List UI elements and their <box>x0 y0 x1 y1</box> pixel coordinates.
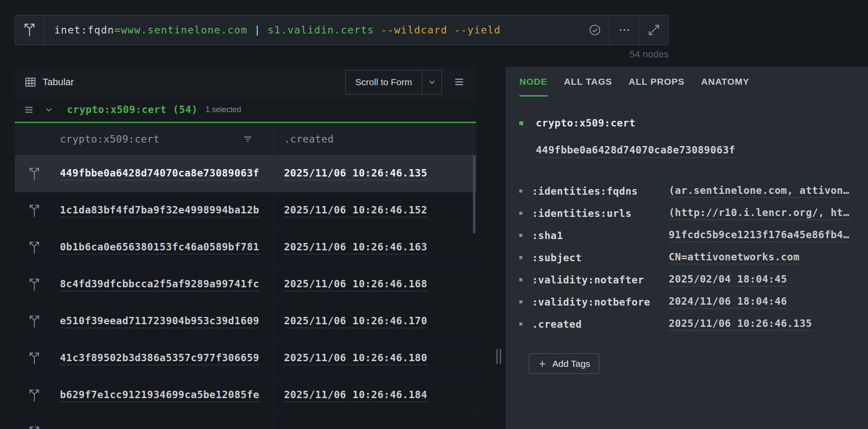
prop-bullet-icon <box>519 212 522 215</box>
node-details-panel: NODE ALL TAGS ALL PROPS ANATOMY crypto:x… <box>505 67 868 429</box>
created-timestamp[interactable]: 2025/11/06 10:26:46.168 <box>284 278 427 291</box>
scroll-to-form-label: Scroll to Form <box>346 70 422 94</box>
check-circle-icon <box>588 23 601 37</box>
prop-value[interactable]: (ar.sentinelone.com, attivon… <box>669 185 849 198</box>
prop-name: :subject <box>532 252 669 263</box>
selected-count-label: 1 selected <box>205 105 241 114</box>
prop-value[interactable]: CN=attivonetworks.com <box>669 251 799 264</box>
prop-row: :sha1 91fcdc5b9ce1213f176a45e86fb4… <box>505 224 868 246</box>
prop-value[interactable]: 2025/11/06 10:26:46.135 <box>669 318 812 331</box>
created-timestamp[interactable]: 2025/11/06 10:26:46.180 <box>284 352 427 365</box>
prop-name: :validity:notbefore <box>532 296 669 308</box>
panel-resize-handle[interactable] <box>496 349 501 364</box>
query-more-options-button[interactable] <box>610 15 639 45</box>
row-value-cell <box>53 414 274 429</box>
add-tags-button[interactable]: Add Tags <box>529 353 599 374</box>
tab-all-tags[interactable]: ALL TAGS <box>564 67 612 96</box>
prop-row: :subject CN=attivonetworks.com <box>505 246 868 269</box>
query-segment: | <box>248 24 267 36</box>
query-segment: inet:fqdn <box>54 24 114 36</box>
row-created-cell: 2025/11/06 10:26:46.163 <box>274 229 476 266</box>
table-row[interactable] <box>15 414 476 429</box>
row-created-cell: 2025/11/06 10:26:46.152 <box>274 193 476 229</box>
table-row[interactable]: e510f39eead711723904b953c39d1609 2025/11… <box>15 303 476 340</box>
row-value-cell: 449fbbe0a6428d74070ca8e73089063f <box>53 156 274 192</box>
prop-name: :identities:fqdns <box>532 186 669 197</box>
group-collapse-chevron-icon[interactable] <box>44 105 54 115</box>
query-segment: --wildcard --yield <box>374 24 501 36</box>
filter-icon[interactable] <box>242 134 253 145</box>
row-icon-cell[interactable] <box>15 377 53 414</box>
row-value-cell: 1c1da83bf4fd7ba9f32e4998994ba12b <box>53 193 274 229</box>
tab-anatomy[interactable]: ANATOMY <box>701 67 749 96</box>
fork-icon <box>21 22 38 38</box>
storm-query-input[interactable]: inet:fqdn=www.sentinelone.com | s1.valid… <box>44 15 580 45</box>
table-row[interactable]: 8c4fd39dfcbbcca2f5af9289a99741fc 2025/11… <box>15 266 476 303</box>
created-timestamp[interactable]: 2025/11/06 10:26:46.163 <box>284 241 427 254</box>
node-count-label: 54 nodes <box>629 49 669 60</box>
prop-bullet-icon <box>519 234 522 237</box>
row-icon-cell[interactable] <box>15 193 53 229</box>
node-value-link[interactable]: 449fbbe0a6428d74070ca8e73089063f <box>536 144 735 158</box>
storm-query-bar: inet:fqdn=www.sentinelone.com | s1.valid… <box>15 15 669 45</box>
node-type-row: crypto:x509:cert <box>519 117 868 129</box>
table-row[interactable]: b629f7e1cc9121934699ca5be12085fe 2025/11… <box>15 377 476 414</box>
table-row[interactable]: 41c3f89502b3d386a5357c977f306659 2025/11… <box>15 340 476 377</box>
details-tabs: NODE ALL TAGS ALL PROPS ANATOMY <box>505 67 868 96</box>
fork-icon <box>26 277 42 293</box>
fork-icon <box>26 166 42 182</box>
created-timestamp[interactable]: 2025/11/06 10:26:46.152 <box>284 204 427 217</box>
row-value-cell: e510f39eead711723904b953c39d1609 <box>53 303 274 340</box>
table-scrollbar-thumb[interactable] <box>473 155 475 233</box>
table-row[interactable]: 1c1da83bf4fd7ba9f32e4998994ba12b 2025/11… <box>15 193 476 229</box>
prop-value[interactable]: 2024/11/06 18:04:46 <box>669 296 787 309</box>
cert-hash-value[interactable]: 0b1b6ca0e656380153fc46a0589bf781 <box>60 241 259 254</box>
cert-hash-value[interactable]: 8c4fd39dfcbbcca2f5af9289a99741fc <box>60 278 259 291</box>
query-segment: =www.sentinelone.com <box>114 24 248 36</box>
prop-value[interactable]: 91fcdc5b9ce1213f176a45e86fb4… <box>669 229 849 242</box>
created-timestamp[interactable]: 2025/11/06 10:26:46.184 <box>284 389 427 402</box>
row-icon-cell[interactable] <box>15 266 53 303</box>
prop-value[interactable]: 2025/02/04 18:04:45 <box>669 273 787 286</box>
prop-value[interactable]: (http://r10.i.lencr.org/, ht… <box>669 207 849 220</box>
fork-icon <box>26 314 42 329</box>
cert-hash-value[interactable]: 41c3f89502b3d386a5357c977f306659 <box>60 352 259 365</box>
form-group-header: crypto:x509:cert (54) 1 selected <box>15 97 476 123</box>
group-menu-button[interactable] <box>23 104 34 115</box>
column-header-primary[interactable]: crypto:x509:cert <box>53 123 274 155</box>
tab-node[interactable]: NODE <box>519 67 548 96</box>
table-row[interactable]: 0b1b6ca0e656380153fc46a0589bf781 2025/11… <box>15 229 476 266</box>
fork-query-button[interactable] <box>15 15 44 45</box>
node-bullet-icon <box>519 121 523 125</box>
fork-icon <box>26 351 42 366</box>
column-header-created[interactable]: .created <box>274 123 473 155</box>
created-timestamp[interactable]: 2025/11/06 10:26:46.135 <box>284 167 427 180</box>
prop-row: :validity:notbefore 2024/11/06 18:04:46 <box>505 291 868 313</box>
group-title[interactable]: crypto:x509:cert (54) <box>67 104 198 115</box>
row-icon-cell[interactable] <box>15 303 53 340</box>
cert-hash-value[interactable]: 1c1da83bf4fd7ba9f32e4998994ba12b <box>60 204 259 217</box>
node-props-list: :identities:fqdns (ar.sentinelone.com, a… <box>505 180 868 335</box>
prop-row: .created 2025/11/06 10:26:46.135 <box>505 313 868 335</box>
cert-hash-value[interactable]: b629f7e1cc9121934699ca5be12085fe <box>60 389 259 402</box>
row-created-cell: 2025/11/06 10:26:46.168 <box>274 266 476 303</box>
node-value-row: 449fbbe0a6428d74070ca8e73089063f <box>536 144 868 156</box>
table-icon <box>24 76 36 88</box>
cert-hash-value[interactable]: e510f39eead711723904b953c39d1609 <box>60 315 259 328</box>
row-created-cell: 2025/11/06 10:26:46.180 <box>274 340 476 377</box>
cert-hash-value[interactable]: 449fbbe0a6428d74070ca8e73089063f <box>60 167 259 180</box>
row-icon-cell[interactable] <box>15 229 53 266</box>
prop-bullet-icon <box>519 323 522 326</box>
query-segment: s1.validin.certs <box>267 24 374 36</box>
row-icon-cell[interactable] <box>15 414 53 429</box>
created-timestamp[interactable]: 2025/11/06 10:26:46.170 <box>284 315 427 328</box>
table-row[interactable]: 449fbbe0a6428d74070ca8e73089063f 2025/11… <box>15 156 476 193</box>
tabular-panel: Tabular Scroll to Form cry <box>15 67 476 429</box>
graph-view-button[interactable] <box>639 15 668 45</box>
scroll-to-form-button[interactable]: Scroll to Form <box>345 70 442 94</box>
tabular-menu-button[interactable] <box>453 76 465 88</box>
query-ok-button[interactable] <box>580 15 609 45</box>
tab-all-props[interactable]: ALL PROPS <box>629 67 685 96</box>
row-icon-cell[interactable] <box>15 156 53 192</box>
row-icon-cell[interactable] <box>15 340 53 377</box>
